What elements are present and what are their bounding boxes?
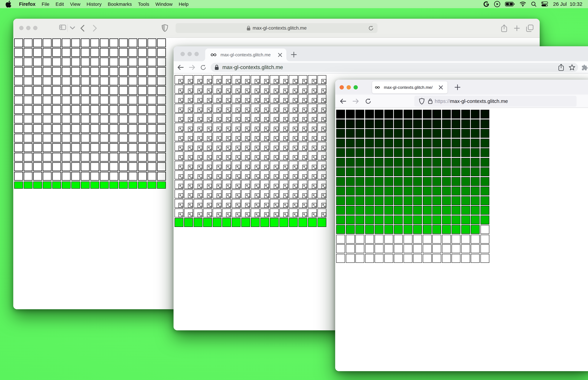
canvas-cell: [375, 177, 383, 186]
minimize-window-button[interactable]: [188, 52, 192, 56]
menu-tools[interactable]: Tools: [138, 1, 149, 7]
canvas-cell: [24, 182, 33, 189]
minimize-window-button[interactable]: [347, 85, 351, 90]
menu-file[interactable]: File: [42, 1, 50, 7]
menu-window[interactable]: Window: [155, 1, 172, 7]
search-icon[interactable]: [531, 1, 537, 7]
canvas-cell: [194, 132, 203, 141]
close-window-button[interactable]: [19, 26, 23, 30]
canvas-cell: [222, 218, 231, 227]
canvas-cell: [14, 162, 23, 171]
menu-bookmarks[interactable]: Bookmarks: [108, 1, 132, 7]
canvas-cell: [24, 95, 33, 104]
chrome-tab[interactable]: max-gl-contexts.glitch.me: [205, 48, 286, 61]
menu-view[interactable]: View: [70, 1, 80, 7]
canvas-cell: [222, 171, 231, 179]
canvas-cell: [241, 199, 250, 208]
canvas-cell: [289, 152, 298, 160]
canvas-cell: [52, 86, 61, 95]
close-window-button[interactable]: [340, 85, 344, 90]
share-icon[interactable]: [501, 24, 507, 32]
share-icon[interactable]: [558, 64, 564, 71]
battery-charging-icon[interactable]: [505, 2, 515, 6]
apple-menu-icon[interactable]: [5, 1, 12, 7]
canvas-cell: [241, 113, 250, 122]
canvas-cell: [471, 129, 480, 138]
forward-button[interactable]: [352, 97, 360, 105]
wifi-icon[interactable]: [519, 1, 526, 7]
canvas-cell: [109, 182, 118, 189]
lock-icon[interactable]: [428, 98, 433, 104]
canvas-cell: [138, 153, 147, 162]
canvas-cell: [148, 162, 156, 171]
tracking-shield-icon[interactable]: [419, 98, 425, 105]
canvas-cell: [203, 209, 212, 217]
back-button[interactable]: [80, 25, 84, 32]
canvas-cell: [452, 225, 460, 234]
forward-button[interactable]: [93, 25, 97, 32]
canvas-cell: [14, 124, 23, 133]
canvas-cell: [318, 152, 326, 160]
canvas-cell: [260, 180, 269, 189]
reload-button[interactable]: [199, 63, 207, 72]
minimize-window-button[interactable]: [26, 26, 30, 30]
back-button[interactable]: [177, 63, 185, 72]
new-tab-button[interactable]: [454, 83, 461, 91]
sidebar-icon[interactable]: [59, 25, 66, 30]
reload-icon[interactable]: [368, 25, 374, 31]
extensions-puzzle-icon[interactable]: [581, 65, 588, 72]
forward-button[interactable]: [188, 63, 196, 72]
firefox-tab-title: max-gl-contexts.glitch.me/: [384, 85, 433, 90]
menu-bar-clock[interactable]: 26 Jul 10:32: [553, 1, 582, 7]
chrome-address-bar[interactable]: max-gl-contexts.glitch.me: [211, 63, 578, 72]
close-tab-icon[interactable]: [439, 85, 443, 90]
canvas-cell: [289, 218, 298, 227]
canvas-cell: [232, 152, 241, 160]
canvas-cell: [480, 119, 489, 128]
canvas-cell: [394, 158, 403, 167]
bookmark-star-icon[interactable]: [569, 64, 575, 71]
close-tab-icon[interactable]: [278, 53, 282, 57]
canvas-cell: [213, 218, 222, 227]
firefox-address-bar[interactable]: https:// max-gl-contexts.glitch.me: [414, 96, 577, 107]
play-circle-icon[interactable]: [494, 1, 500, 7]
canvas-cell: [232, 209, 241, 217]
firefox-tab[interactable]: max-gl-contexts.glitch.me/: [372, 81, 447, 93]
back-button[interactable]: [339, 97, 347, 105]
canvas-cell: [442, 235, 451, 244]
chevron-down-icon[interactable]: [70, 26, 75, 30]
tab-overview-icon[interactable]: [526, 24, 533, 32]
canvas-cell: [24, 86, 33, 95]
app-menu-firefox[interactable]: Firefox: [19, 1, 36, 7]
google-g-icon[interactable]: [483, 1, 489, 7]
canvas-cell: [157, 67, 166, 76]
canvas-cell: [318, 190, 326, 198]
privacy-shield-icon[interactable]: [162, 24, 168, 32]
reload-button[interactable]: [364, 97, 372, 105]
zoom-window-button[interactable]: [33, 26, 38, 30]
canvas-cell: [394, 139, 403, 148]
canvas-cell: [203, 85, 212, 94]
menu-help[interactable]: Help: [179, 1, 189, 7]
zoom-window-button[interactable]: [354, 85, 358, 90]
canvas-cell: [52, 143, 61, 152]
menu-history[interactable]: History: [87, 1, 102, 7]
canvas-cell: [43, 48, 52, 57]
safari-address-bar[interactable]: max-gl-contexts.glitch.me: [176, 23, 378, 33]
close-window-button[interactable]: [181, 52, 185, 56]
new-tab-icon[interactable]: [514, 25, 520, 31]
control-center-icon[interactable]: [541, 1, 548, 7]
canvas-cell: [461, 110, 470, 118]
new-tab-button[interactable]: [290, 51, 298, 58]
menu-edit[interactable]: Edit: [56, 1, 64, 7]
canvas-cell: [423, 235, 432, 244]
canvas-cell: [138, 124, 147, 133]
menu-bar: Firefox FileEditViewHistoryBookmarksTool…: [0, 0, 588, 8]
canvas-cell: [308, 75, 317, 84]
canvas-cell: [203, 94, 212, 103]
firefox-window: max-gl-contexts.glitch.me/ https:// max-…: [335, 80, 588, 371]
firefox-canvas-grid: [336, 110, 491, 264]
canvas-cell: [423, 110, 432, 118]
zoom-window-button[interactable]: [194, 52, 199, 56]
canvas-cell: [480, 129, 489, 138]
